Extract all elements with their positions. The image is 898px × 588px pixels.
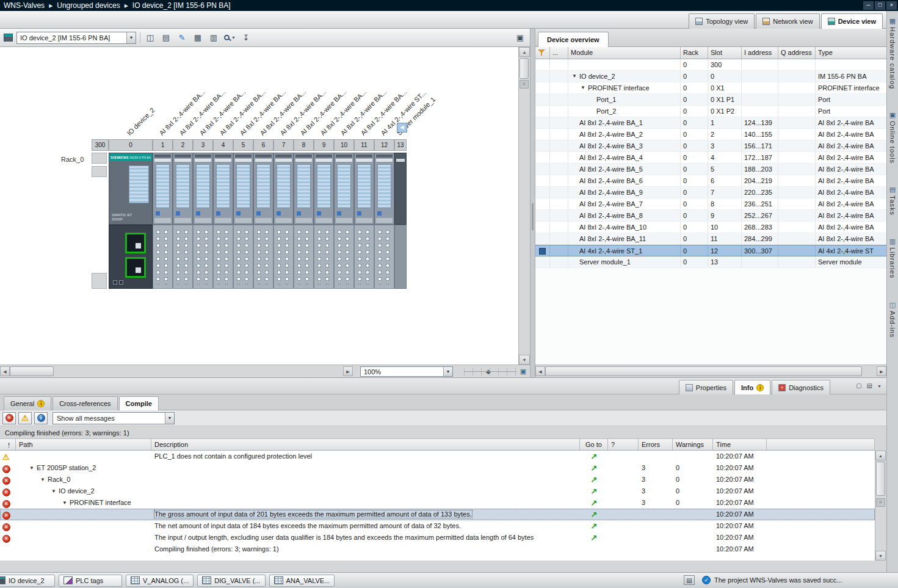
taskbar-item-ana-valve[interactable]: ANA_VALVE...	[269, 575, 335, 587]
window-minimize-button[interactable]: ─	[863, 1, 874, 10]
module-slot-0[interactable]: SIEMENSIM155-6 PN BASIMATIC ET 200SP	[109, 153, 153, 225]
subtab-cross-references[interactable]: Cross-references	[53, 396, 117, 410]
canvas-horizontal-scrollbar[interactable]: ◀ ▶ 100% ▼ ◆ ▣	[0, 365, 530, 377]
device-overview-row[interactable]: AI 8xI 2-,4-wire BA_404172...187AI 8xI 2…	[535, 152, 886, 164]
column-header-path[interactable]: Path	[16, 439, 151, 450]
zoom-button[interactable]: ▼	[223, 32, 236, 44]
module-slot-13[interactable]	[394, 153, 407, 225]
device-overview-row[interactable]: Port_100 X1 P1Port	[535, 94, 886, 106]
scroll-down-button[interactable]: ▼	[519, 355, 530, 365]
inspector-tab-diagnostics[interactable]: +Diagnostics	[772, 380, 830, 394]
sidebar-tab-tasks[interactable]: ▤Tasks	[889, 186, 896, 216]
column-header-rack[interactable]: Rack	[681, 47, 708, 59]
edit-icon[interactable]: ✎	[176, 32, 188, 44]
splitter-grip[interactable]: ≡	[520, 80, 529, 89]
device-overview-row[interactable]: AI 8xI 2-,4-wire BA_101124...139AI 8xI 2…	[535, 117, 886, 129]
canvas-vertical-scrollbar[interactable]: ▲ ≡ ▼	[518, 47, 530, 365]
subtab-general[interactable]: Generali	[4, 396, 51, 410]
module-diagonal-label[interactable]: IO device_2	[126, 106, 156, 137]
module-slot-7[interactable]	[273, 153, 294, 225]
goto-arrow-icon[interactable]: ↗	[591, 521, 598, 531]
module-terminal-block-9[interactable]	[314, 225, 334, 289]
taskbar-item-io-device-2[interactable]: IO device_2	[0, 575, 55, 587]
module-slot-5[interactable]	[233, 153, 253, 225]
goto-arrow-icon[interactable]: ↗	[591, 463, 598, 473]
fit-to-view-icon[interactable]: ▣	[518, 367, 528, 376]
breadcrumb-item-wns-valves[interactable]: WNS-Valves	[4, 1, 45, 10]
column-header-col4[interactable]: ?	[608, 439, 639, 450]
device-canvas[interactable]: Rack_0 3000SIEMENSIM155-6 PN BASIMATIC E…	[0, 47, 518, 365]
module-slot-8[interactable]	[294, 153, 314, 225]
vscroll-thumb[interactable]	[520, 58, 529, 79]
compile-message-row[interactable]: ×▼PROFINET interface↗3010:20:07 AM	[0, 497, 875, 509]
device-overview-row[interactable]: Server module_1013Server module	[535, 256, 886, 268]
device-overview-row[interactable]: AI 8xI 2-,4-wire BA_708236...251AI 8xI 2…	[535, 198, 886, 210]
dock-panel-icon[interactable]: ▤	[867, 382, 872, 390]
view-tab-network-view[interactable]: Network view	[756, 13, 819, 29]
chevron-down-icon[interactable]: ▼	[443, 367, 452, 376]
device-overview-row[interactable]: AI 8xI 2-,4-wire BA_505188...203AI 8xI 2…	[535, 164, 886, 175]
zoom-slider-thumb[interactable]: ◆	[486, 368, 491, 376]
save-status-icon[interactable]: ▤	[684, 575, 695, 585]
expander-open-icon[interactable]: ▼	[40, 474, 48, 485]
goto-arrow-icon[interactable]: ↗	[591, 487, 598, 496]
sidebar-tab-online-tools[interactable]: ▣Online tools	[889, 111, 896, 164]
device-overview-row[interactable]: AI 8xI 2-,4-wire BA_303156...171AI 8xI 2…	[535, 140, 886, 152]
grid-icon[interactable]: ▦	[192, 32, 204, 44]
profinet-port-2[interactable]	[125, 257, 146, 278]
export-view-icon[interactable]: ↧	[240, 32, 252, 44]
expander-open-icon[interactable]: ▼	[572, 71, 579, 82]
module-terminal-block-12[interactable]	[374, 225, 394, 289]
module-slot-10[interactable]	[334, 153, 354, 225]
compile-message-row[interactable]: ×The net amount of input data of 184 byt…	[0, 520, 875, 532]
module-terminal-block-8[interactable]	[294, 225, 314, 289]
taskbar-item-dig-valve[interactable]: DIG_VALVE (...	[197, 575, 265, 587]
module-terminal-block-6[interactable]	[253, 225, 273, 289]
module-slot-4[interactable]	[213, 153, 233, 225]
hscroll-thumb[interactable]	[545, 366, 862, 376]
device-overview-row[interactable]: AI 8xI 2-,4-wire BA_10010268...283AI 8xI…	[535, 222, 886, 233]
column-header-slot[interactable]: Slot	[708, 47, 742, 59]
column-header-time[interactable]: Time	[713, 439, 767, 450]
inspector-tab-info[interactable]: Infoi	[734, 380, 770, 394]
column-header-warnings[interactable]: Warnings	[673, 439, 713, 450]
module-slot-1[interactable]	[153, 153, 173, 225]
device-overview-row[interactable]: 0300	[535, 59, 886, 71]
zoom-slider[interactable]: ◆	[464, 368, 516, 376]
module-terminal-block-5[interactable]	[233, 225, 253, 289]
device-overview-row[interactable]: ▼IO device_200IM 155-6 PN BA	[535, 71, 886, 82]
goto-arrow-icon[interactable]: ↗	[591, 510, 598, 519]
view-tab-topology-view[interactable]: Topology view	[689, 13, 755, 29]
module-terminal-block-4[interactable]	[213, 225, 233, 289]
overview-horizontal-scrollbar[interactable]: ◀ ▶	[535, 365, 886, 377]
taskbar-item-plc-tags[interactable]: PLC tags	[59, 575, 122, 587]
module-slot-12[interactable]	[374, 153, 394, 225]
tab-device-overview[interactable]: Device overview	[538, 32, 609, 47]
message-filter-select[interactable]: Show all messages ▼	[53, 412, 175, 424]
scroll-grip[interactable]: ≡	[876, 498, 885, 507]
taskbar-item-v-analog[interactable]: V_ANALOG (...	[126, 575, 194, 587]
column-header-q-address[interactable]: Q address	[778, 47, 816, 59]
zoom-select[interactable]: 100% ▼	[360, 366, 453, 377]
hscroll-thumb[interactable]	[10, 366, 54, 376]
breadcrumb-item-ungrouped-devices[interactable]: Ungrouped devices	[57, 1, 120, 10]
expander-open-icon[interactable]: ▼	[62, 497, 70, 509]
expander-open-icon[interactable]: ▼	[29, 462, 37, 474]
column-header-go-to[interactable]: Go to	[580, 439, 608, 450]
scroll-down-button[interactable]: ▼	[875, 551, 886, 561]
splitter-grip[interactable]	[532, 203, 534, 230]
device-overview-row[interactable]: AI 4xI 2-,4-wire ST_1012300...307AI 4xI …	[535, 245, 886, 256]
device-overview-row[interactable]: AI 8xI 2-,4-wire BA_907220...235AI 8xI 2…	[535, 187, 886, 198]
goto-arrow-icon[interactable]: ↗	[591, 452, 598, 461]
snapshot-icon[interactable]: ▣	[514, 32, 526, 44]
column-header-module[interactable]: Module	[568, 47, 681, 59]
module-slot-11[interactable]	[354, 153, 374, 225]
column-header-description[interactable]: Description	[151, 439, 580, 450]
module-terminal-block-2[interactable]	[173, 225, 193, 289]
module-slot-2[interactable]	[173, 153, 193, 225]
goto-arrow-icon[interactable]: ↗	[591, 475, 598, 484]
expander-open-icon[interactable]: ▼	[51, 485, 59, 497]
chevron-down-icon[interactable]: ▼	[165, 413, 174, 424]
filter-errors-button[interactable]: ×	[2, 412, 16, 424]
device-overview-row[interactable]: AI 8xI 2-,4-wire BA_606204...219AI 8xI 2…	[535, 175, 886, 187]
